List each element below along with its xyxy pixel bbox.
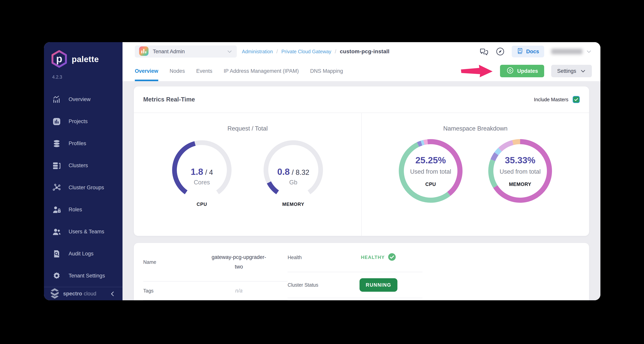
gauge-arc: 0.8 / 8.32Gb: [260, 139, 326, 197]
details-column-right: HealthHEALTHYCluster StatusRUNNING: [288, 243, 422, 300]
svg-text:p: p: [56, 53, 62, 64]
settings-button-label: Settings: [557, 68, 576, 74]
desktop-background: p palette 4.2.3 OverviewProjectsProfiles…: [0, 0, 644, 344]
users-teams-icon: [52, 227, 61, 236]
tab-nodes[interactable]: Nodes: [170, 61, 185, 81]
sidebar-item-label: Audit Logs: [68, 251, 94, 257]
spectro-cloud-logo-icon: [50, 288, 60, 300]
breadcrumb-link-administration[interactable]: Administration: [242, 49, 273, 54]
breadcrumb-link-private-cloud-gateway[interactable]: Private Cloud Gateway: [281, 49, 332, 54]
sidebar-item-users-teams[interactable]: Users & Teams: [44, 221, 122, 243]
detail-label: Tags: [143, 288, 190, 294]
donut-label: CPU: [425, 181, 436, 187]
sidebar-item-clusters[interactable]: Clusters: [44, 155, 122, 176]
donut-ring: 25.25%Used from totalCPU: [398, 139, 463, 203]
brand: p palette: [44, 42, 122, 69]
metrics-realtime-card: Metrics Real-Time Include Masters Reques…: [134, 86, 589, 236]
feedback-chat-icon[interactable]: [479, 47, 489, 56]
donut-ring: 35.33%Used from totalMEMORY: [488, 139, 552, 203]
tabs-actions: Updates Settings: [460, 62, 592, 80]
sidebar-item-label: Projects: [68, 118, 88, 125]
detail-value-cell: HEALTHY: [334, 253, 422, 262]
detail-value-cell: gateway-pcg-upgrader-two: [190, 252, 288, 271]
sidebar-nav: OverviewProjectsProfilesClustersCluster …: [44, 88, 122, 287]
sidebar-item-audit-logs[interactable]: Audit Logs: [44, 243, 122, 265]
gauge-label: MEMORY: [282, 201, 304, 207]
donut-label: MEMORY: [509, 181, 532, 187]
request-total-pane: Request / Total 1.8 / 4CoresCPU0.8 / 8.3…: [134, 113, 361, 236]
details-column-left: Namegateway-pcg-upgrader-twoTagsn/a: [143, 243, 288, 300]
chevron-down-icon: [586, 49, 592, 54]
tenant-scope-selector[interactable]: Tenant Admin: [135, 45, 237, 58]
user-name-redacted: [551, 49, 582, 54]
sidebar: p palette 4.2.3 OverviewProjectsProfiles…: [44, 42, 122, 300]
gauge-value: 1.8 / 4Cores: [168, 167, 235, 186]
tenant-apps-icon: [139, 46, 148, 57]
sidebar-item-label: Roles: [68, 207, 82, 213]
tab-dns-mapping[interactable]: DNS Mapping: [310, 61, 343, 81]
sidebar-item-roles[interactable]: Roles: [44, 199, 122, 221]
include-masters-label: Include Masters: [534, 97, 568, 102]
detail-row-health: HealthHEALTHY: [288, 243, 422, 272]
gauge-unit: Cores: [168, 179, 235, 186]
detail-label: Health: [288, 255, 334, 260]
main-area: Tenant Admin Administration/Private Clou…: [122, 42, 600, 300]
settings-button[interactable]: Settings: [551, 65, 592, 77]
sidebar-item-label: Tenant Settings: [68, 273, 105, 279]
gauge-cpu: 1.8 / 4CoresCPU: [168, 139, 235, 207]
donut-percent: 35.33%: [505, 155, 535, 166]
clusters-icon: [52, 161, 61, 170]
annotation-arrow-icon: [460, 62, 494, 80]
namespace-breakdown-pane: Namespace Breakdown 25.25%Used from tota…: [361, 113, 589, 236]
gauge-label: CPU: [196, 201, 207, 207]
tab-events[interactable]: Events: [196, 61, 212, 81]
sidebar-collapse-chevron-icon[interactable]: [109, 291, 116, 297]
donut-caption: Used from total: [410, 168, 451, 175]
cluster-details-card: Namegateway-pcg-upgrader-twoTagsn/a Heal…: [134, 243, 589, 300]
tenant-selector-label: Tenant Admin: [153, 49, 185, 55]
audit-logs-icon: [52, 250, 61, 258]
tab-overview[interactable]: Overview: [135, 61, 158, 81]
detail-value: gateway-pcg-upgrader-two: [209, 252, 269, 271]
sidebar-item-projects[interactable]: Projects: [44, 110, 122, 133]
cluster-groups-icon: [52, 183, 61, 192]
metrics-card-header: Metrics Real-Time Include Masters: [134, 86, 589, 113]
gauge-memory: 0.8 / 8.32GbMEMORY: [260, 139, 326, 207]
include-masters-checkbox[interactable]: [573, 96, 580, 103]
topbar: Tenant Admin Administration/Private Clou…: [122, 42, 600, 61]
breadcrumb-separator: /: [335, 49, 336, 55]
book-icon: [517, 48, 524, 56]
app-window: p palette 4.2.3 OverviewProjectsProfiles…: [44, 42, 600, 300]
gauge-arc: 1.8 / 4Cores: [168, 139, 235, 197]
brand-name: palette: [72, 55, 99, 64]
sidebar-item-cluster-groups[interactable]: Cluster Groups: [44, 176, 122, 199]
sidebar-item-overview[interactable]: Overview: [44, 88, 122, 110]
gauge-value: 0.8 / 8.32Gb: [260, 167, 326, 186]
docs-button[interactable]: Docs: [512, 46, 544, 57]
tab-ip-address-management-ipam[interactable]: IP Address Management (IPAM): [224, 61, 299, 81]
updates-button[interactable]: Updates: [500, 65, 544, 77]
compass-help-icon[interactable]: [496, 47, 505, 56]
sidebar-item-tenant-settings[interactable]: Tenant Settings: [44, 265, 122, 287]
footer-brand: spectrocloud: [63, 291, 96, 297]
gauge-charts: 1.8 / 4CoresCPU0.8 / 8.32GbMEMORY: [168, 139, 326, 207]
detail-row-tags: Tagsn/a: [143, 282, 288, 300]
sidebar-item-label: Overview: [68, 96, 91, 102]
donut-center-text: 35.33%Used from totalMEMORY: [488, 139, 552, 203]
tabs-bar: OverviewNodesEventsIP Address Management…: [122, 61, 600, 81]
upgrade-circle-icon: [506, 67, 514, 76]
detail-value-cell: RUNNING: [334, 278, 422, 292]
sidebar-item-label: Cluster Groups: [68, 184, 104, 191]
metrics-body: Request / Total 1.8 / 4CoresCPU0.8 / 8.3…: [134, 113, 589, 236]
roles-icon: [52, 205, 61, 214]
detail-value: HEALTHY: [361, 255, 385, 260]
status-badge: RUNNING: [360, 278, 398, 292]
breadcrumb: Administration/Private Cloud Gateway/cus…: [242, 48, 390, 55]
metrics-card-title: Metrics Real-Time: [143, 96, 195, 103]
sidebar-item-profiles[interactable]: Profiles: [44, 133, 122, 155]
sidebar-item-label: Profiles: [68, 141, 86, 147]
profiles-icon: [52, 139, 61, 148]
detail-label: Cluster Status: [288, 282, 334, 288]
donut-cpu: 25.25%Used from totalCPU: [398, 139, 463, 203]
user-menu[interactable]: [551, 49, 592, 54]
